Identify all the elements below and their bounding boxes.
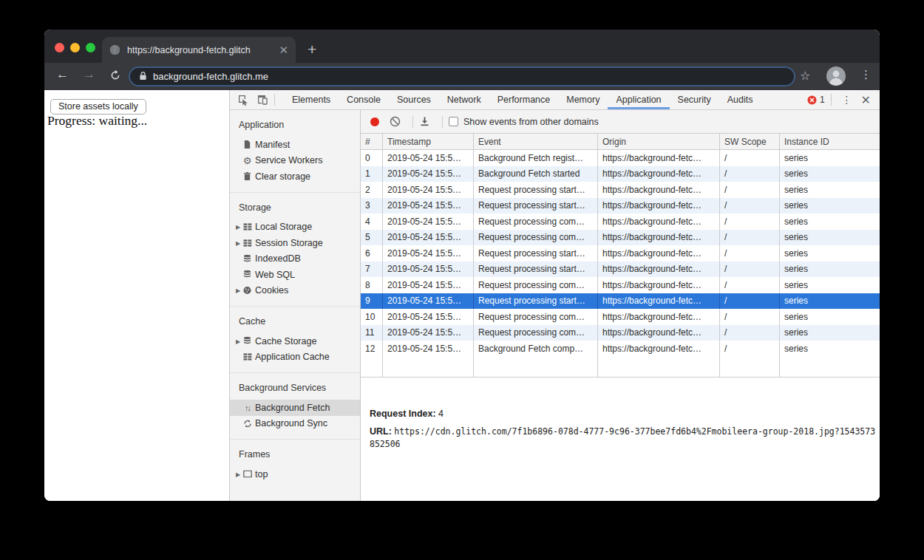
browser-tab[interactable]: https://background-fetch.glitch ✕ (102, 37, 296, 63)
storage-grid-icon (242, 238, 252, 247)
save-download-icon[interactable] (419, 116, 430, 127)
record-button[interactable] (370, 117, 379, 126)
bookmark-star-icon[interactable]: ☆ (800, 69, 810, 83)
events-toolbar: Show events from other domains (361, 110, 880, 134)
forward-icon[interactable]: → (83, 67, 95, 82)
storage-grid-icon (242, 352, 252, 362)
storage-grid-icon (242, 222, 252, 232)
event-row-11[interactable]: 112019-05-24 15:5…Request processing com… (361, 325, 880, 341)
event-row-10[interactable]: 102019-05-24 15:5…Request processing com… (361, 309, 880, 325)
devtools-tabs: ElementsConsoleSourcesNetworkPerformance… (284, 90, 761, 109)
store-assets-button[interactable]: Store assets locally (50, 99, 146, 115)
event-row-5[interactable]: 52019-05-24 15:5…Request processing com…… (361, 230, 880, 246)
sidebar-item-indexeddb[interactable]: IndexedDB (230, 251, 360, 267)
cell-: 1 (361, 166, 383, 182)
device-toolbar-icon[interactable] (257, 94, 268, 106)
cell-instance-id: series (780, 214, 880, 230)
sidebar-section-background-services: Background Services↑↓Background FetchBac… (230, 373, 360, 440)
close-window-button[interactable] (55, 43, 64, 52)
sidebar-item-local-storage[interactable]: ▶Local Storage (230, 219, 360, 236)
new-tab-button[interactable]: + (308, 37, 316, 61)
devtools-tab-console[interactable]: Console (339, 90, 389, 109)
cell-: 3 (361, 198, 383, 214)
divider (412, 116, 413, 128)
event-row-2[interactable]: 22019-05-24 15:5…Request processing star… (361, 182, 880, 198)
devtools-tab-application[interactable]: Application (608, 90, 669, 109)
expander-triangle-icon[interactable]: ▶ (236, 287, 240, 294)
sidebar-item-label: Clear storage (255, 171, 310, 182)
devtools-tab-security[interactable]: Security (670, 90, 719, 109)
browser-menu-kebab-icon[interactable]: ⋮ (860, 68, 872, 81)
sidebar-item-manifest[interactable]: Manifest (230, 137, 360, 153)
background-fetch-panel: Show events from other domains #Timestam… (361, 110, 880, 501)
sidebar-item-background-sync[interactable]: Background Sync (230, 416, 360, 432)
event-row-7[interactable]: 72019-05-24 15:5…Request processing star… (361, 262, 880, 278)
sidebar-item-clear-storage[interactable]: Clear storage (230, 168, 360, 185)
sidebar-item-web-sql[interactable]: Web SQL (230, 267, 360, 283)
sidebar-item-label: Session Storage (255, 238, 323, 248)
cell-instance-id: series (780, 182, 880, 198)
devtools-tab-elements[interactable]: Elements (284, 90, 339, 109)
column-header-event: Event (474, 134, 598, 149)
cell-sw-scope: / (720, 166, 780, 182)
request-index-line: Request Index: 4 (370, 409, 872, 419)
reload-icon[interactable] (109, 69, 121, 85)
cell-instance-id: series (780, 277, 880, 293)
clear-icon[interactable] (390, 116, 401, 127)
show-events-checkbox[interactable] (449, 117, 458, 126)
filler-cell (383, 357, 474, 377)
lock-icon[interactable] (139, 70, 147, 83)
cell-event: Background Fetch comp… (474, 341, 598, 357)
devtools-tab-memory[interactable]: Memory (558, 90, 608, 109)
expander-triangle-icon[interactable]: ▶ (236, 471, 240, 477)
devtools-tab-audits[interactable]: Audits (719, 90, 761, 109)
cell-timestamp: 2019-05-24 15:5… (383, 341, 474, 357)
request-index-label: Request Index: (370, 409, 438, 419)
sidebar-item-background-fetch[interactable]: ↑↓Background Fetch (230, 400, 360, 416)
event-row-8[interactable]: 82019-05-24 15:5…Request processing com…… (361, 277, 880, 293)
event-row-1[interactable]: 12019-05-24 15:5…Background Fetch starte… (361, 166, 880, 182)
sidebar-item-service-workers[interactable]: ⚙Service Workers (230, 153, 360, 169)
event-row-4[interactable]: 42019-05-24 15:5…Request processing com…… (361, 214, 880, 230)
devtools-menu-kebab-icon[interactable]: ⋮ (842, 94, 852, 106)
error-badge[interactable]: 1 (807, 95, 825, 105)
filler-cell (780, 357, 880, 377)
filler-cell (474, 357, 598, 377)
profile-avatar[interactable] (826, 66, 846, 86)
cell-sw-scope: / (720, 341, 780, 357)
event-row-9[interactable]: 92019-05-24 15:5…Request processing star… (361, 293, 880, 310)
sidebar-item-session-storage[interactable]: ▶Session Storage (230, 235, 360, 251)
event-row-6[interactable]: 62019-05-24 15:5…Request processing star… (361, 245, 880, 262)
address-bar[interactable]: background-fetch.glitch.me (129, 66, 795, 86)
sidebar-section-frames: Frames▶top (230, 440, 360, 490)
zoom-window-button[interactable] (86, 43, 95, 52)
minimize-window-button[interactable] (70, 43, 80, 52)
event-row-3[interactable]: 32019-05-24 15:5…Request processing star… (361, 198, 880, 214)
sidebar-item-top[interactable]: ▶top (230, 466, 360, 482)
tab-close-icon[interactable]: ✕ (279, 44, 288, 57)
inspect-element-icon[interactable] (237, 94, 249, 106)
cell-instance-id: series (780, 230, 880, 246)
devtools-tab-network[interactable]: Network (439, 90, 489, 109)
filler-cell (361, 357, 383, 377)
devtools-close-icon[interactable]: ✕ (861, 93, 871, 107)
cell-: 6 (361, 245, 383, 262)
sidebar-item-cookies[interactable]: ▶Cookies (230, 283, 360, 299)
event-row-12[interactable]: 122019-05-24 15:5…Background Fetch comp…… (361, 341, 880, 357)
sidebar-item-application-cache[interactable]: Application Cache (230, 349, 360, 366)
devtools-tab-performance[interactable]: Performance (489, 90, 559, 109)
expander-triangle-icon[interactable]: ▶ (236, 338, 240, 344)
cell-timestamp: 2019-05-24 15:5… (383, 166, 474, 182)
sidebar-section-header: Storage (230, 199, 360, 216)
event-row-0[interactable]: 02019-05-24 15:5…Background Fetch regist… (361, 150, 880, 166)
expander-triangle-icon[interactable]: ▶ (236, 239, 240, 246)
expander-triangle-icon[interactable]: ▶ (236, 224, 240, 231)
sidebar-section-cache: Cache▶Cache StorageApplication Cache (230, 307, 360, 373)
cell-: 0 (361, 150, 383, 166)
cell-origin: https://background-fetc… (598, 277, 720, 293)
sidebar-item-cache-storage[interactable]: ▶Cache Storage (230, 333, 360, 349)
cell-sw-scope: / (720, 198, 780, 214)
back-icon[interactable]: ← (56, 67, 69, 82)
devtools-tab-sources[interactable]: Sources (389, 90, 439, 109)
url-text[interactable]: background-fetch.glitch.me (153, 71, 268, 82)
